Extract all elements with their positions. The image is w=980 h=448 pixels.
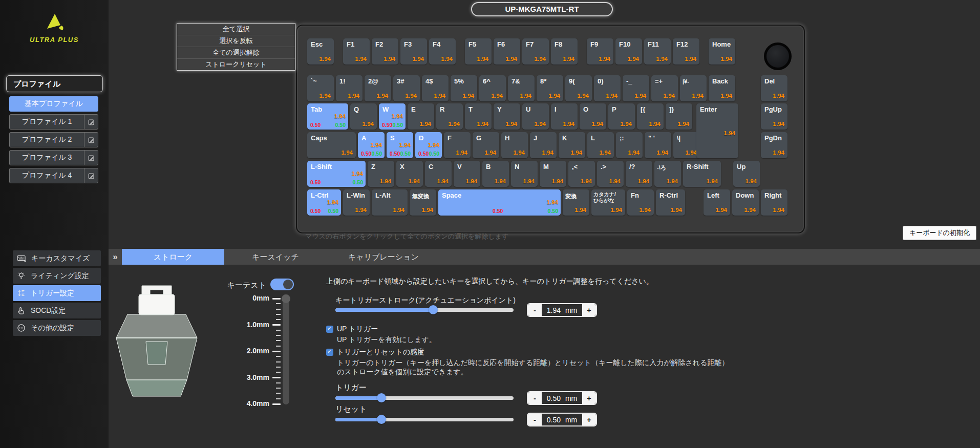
- key-f3[interactable]: F31.94: [400, 38, 427, 65]
- rotary-knob[interactable]: [764, 42, 792, 70]
- key-4[interactable]: 4$1.94: [422, 75, 449, 101]
- stroke-slider-thumb[interactable]: [429, 305, 438, 314]
- key-r[interactable]: R1.94: [436, 103, 463, 130]
- key-f2[interactable]: F21.94: [372, 38, 398, 65]
- reset-minus-button[interactable]: -: [528, 414, 542, 425]
- trigger-value-display[interactable]: 0.50 mm: [542, 392, 582, 404]
- key-q[interactable]: Q1.94: [350, 103, 377, 130]
- key-5[interactable]: 5%1.94: [451, 75, 477, 101]
- trigger-plus-button[interactable]: +: [582, 392, 596, 404]
- profile-edit-button[interactable]: [84, 151, 98, 165]
- key-f6[interactable]: F61.94: [494, 38, 520, 65]
- key-r4c9[interactable]: .>1.94: [597, 161, 624, 187]
- key-r3c10[interactable]: ;:1.94: [616, 132, 643, 158]
- key-r5c6[interactable]: カタカナ/ひらがな1.94: [591, 189, 625, 216]
- key-a[interactable]: A1.940.500.50: [358, 132, 385, 158]
- key-caps[interactable]: Caps1.94: [307, 132, 356, 158]
- context-menu-item-2[interactable]: 全ての選択解除: [177, 47, 295, 59]
- key-del[interactable]: Del1.94: [761, 75, 787, 101]
- key-pgdn[interactable]: PgDn1.94: [761, 132, 787, 158]
- key-f11[interactable]: F111.94: [644, 38, 671, 65]
- trigger-minus-button[interactable]: -: [528, 392, 542, 404]
- key-j[interactable]: J1.94: [530, 132, 557, 158]
- key-r4c11[interactable]: -\ろ1.94: [654, 161, 681, 187]
- stroke-minus-button[interactable]: -: [528, 304, 542, 316]
- key-c[interactable]: C1.94: [425, 161, 452, 187]
- up-trigger-checkbox[interactable]: [326, 326, 333, 333]
- key-pgup[interactable]: PgUp1.94: [761, 103, 787, 130]
- key-fn[interactable]: Fn1.94: [627, 189, 654, 216]
- tab-2[interactable]: キャリブレーション: [327, 249, 440, 265]
- key-left[interactable]: Left1.94: [704, 189, 730, 216]
- context-menu-item-1[interactable]: 選択を反転: [177, 35, 295, 47]
- key-right[interactable]: Right1.94: [761, 189, 787, 216]
- keytest-toggle[interactable]: [270, 279, 294, 290]
- key-g[interactable]: G1.94: [473, 132, 499, 158]
- key-down[interactable]: Down1.94: [732, 189, 759, 216]
- key-r1c12[interactable]: =+1.94: [651, 75, 678, 101]
- key-lalt[interactable]: L-Alt1.94: [372, 189, 408, 216]
- key-r3c11[interactable]: " '1.94: [645, 132, 671, 158]
- key-rshift[interactable]: R-Shift1.94: [683, 161, 721, 187]
- key-f5[interactable]: F51.94: [465, 38, 492, 65]
- key-m[interactable]: M1.94: [540, 161, 566, 187]
- key-h[interactable]: H1.94: [501, 132, 528, 158]
- key-r2c11[interactable]: [{1.94: [637, 103, 664, 130]
- profile-edit-button[interactable]: [84, 115, 98, 129]
- profile-item-4[interactable]: プロファイル 4: [9, 168, 98, 183]
- key-lwin[interactable]: L-Win1.94: [343, 189, 370, 216]
- keyboard-init-button[interactable]: キーボードの初期化: [903, 226, 976, 240]
- reset-slider-thumb[interactable]: [377, 415, 386, 424]
- profile-item-3[interactable]: プロファイル 3: [9, 150, 98, 165]
- key-d[interactable]: D1.940.500.50: [415, 132, 442, 158]
- sidebar-item-misc[interactable]: その他の設定: [13, 320, 101, 336]
- key-up[interactable]: Up1.94: [733, 161, 760, 187]
- key-enter[interactable]: Enter1.94: [696, 103, 738, 158]
- collapse-chevron-icon[interactable]: »: [109, 249, 122, 265]
- key-r1c0[interactable]: `~1.94: [307, 75, 334, 101]
- key-n[interactable]: N1.94: [511, 161, 538, 187]
- ruler-track[interactable]: [283, 295, 289, 404]
- reset-plus-button[interactable]: +: [582, 414, 596, 425]
- stroke-value-display[interactable]: 1.94 mm: [542, 304, 582, 316]
- key-f7[interactable]: F71.94: [522, 38, 549, 65]
- key-back[interactable]: Back1.94: [709, 75, 735, 101]
- key-rctrl[interactable]: R-Ctrl1.94: [656, 189, 685, 216]
- key-esc[interactable]: Esc1.94: [307, 38, 334, 65]
- key-v[interactable]: V1.94: [454, 161, 480, 187]
- key-home[interactable]: Home1.94: [709, 38, 735, 65]
- ruler-thumb[interactable]: [282, 294, 290, 303]
- key-o[interactable]: O1.94: [580, 103, 606, 130]
- key-r2c12[interactable]: ]}1.94: [666, 103, 692, 130]
- key-r4c10[interactable]: /?1.94: [626, 161, 652, 187]
- key-f4[interactable]: F41.94: [429, 38, 456, 65]
- key-l[interactable]: L1.94: [587, 132, 614, 158]
- stroke-slider[interactable]: [335, 308, 514, 312]
- key-8[interactable]: 8*1.94: [537, 75, 563, 101]
- key-r5c3[interactable]: 無変換1.94: [410, 189, 436, 216]
- key-e[interactable]: E1.94: [408, 103, 434, 130]
- profile-edit-button[interactable]: [84, 168, 98, 183]
- key-f9[interactable]: F91.94: [587, 38, 613, 65]
- sidebar-item-keyboard[interactable]: キーカスタマイズ: [13, 250, 101, 266]
- reset-slider[interactable]: [335, 418, 514, 421]
- trigger-slider[interactable]: [335, 396, 514, 400]
- key-7[interactable]: 7&1.94: [508, 75, 535, 101]
- sidebar-item-trigger[interactable]: トリガー設定: [13, 285, 101, 301]
- key-f[interactable]: F1.94: [444, 132, 471, 158]
- key-f8[interactable]: F81.94: [551, 38, 578, 65]
- key-p[interactable]: P1.94: [608, 103, 635, 130]
- reset-value-display[interactable]: 0.50 mm: [542, 414, 582, 425]
- key-lctrl[interactable]: L-Ctrl1.940.500.50: [307, 189, 341, 216]
- key-y[interactable]: Y1.94: [494, 103, 520, 130]
- key-i[interactable]: I1.94: [551, 103, 578, 130]
- context-menu-item-3[interactable]: ストロークリセット: [177, 59, 295, 70]
- key-lshift[interactable]: L-Shift1.940.500.50: [307, 161, 366, 187]
- key-f1[interactable]: F11.94: [343, 38, 370, 65]
- key-1[interactable]: 1!1.94: [336, 75, 363, 101]
- key-6[interactable]: 6^1.94: [479, 75, 506, 101]
- key-f12[interactable]: F121.94: [673, 38, 699, 65]
- profile-item-1[interactable]: プロファイル 1: [9, 114, 98, 130]
- sidebar-item-lighting[interactable]: ライティング設定: [13, 268, 101, 284]
- key-u[interactable]: U1.94: [522, 103, 549, 130]
